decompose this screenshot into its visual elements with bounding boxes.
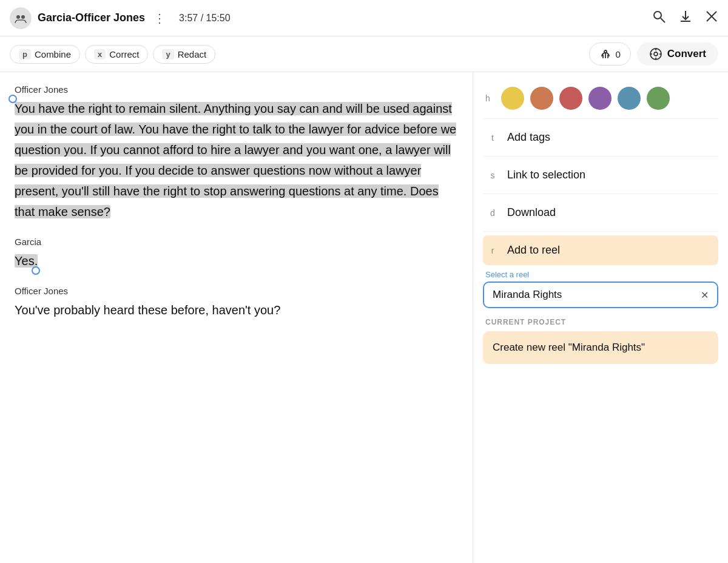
playback-time: 3:57 / 15:50 bbox=[179, 13, 231, 24]
right-panel: h t Add tags s Link to selection d Downl… bbox=[473, 72, 728, 563]
header-title: Garcia-Officer Jones bbox=[38, 12, 145, 24]
highlighted-segment-2: Yes. bbox=[15, 254, 38, 268]
speaker-label-3: Officer Jones bbox=[15, 286, 458, 296]
transcript-block-3: Officer Jones You've probably heard thes… bbox=[15, 286, 458, 320]
link-to-selection-label: Link to selection bbox=[507, 169, 585, 181]
color-swatch-orange[interactable] bbox=[530, 87, 553, 110]
transcript-text-1[interactable]: You have the right to remain silent. Any… bbox=[15, 98, 458, 222]
convert-label: Convert bbox=[667, 48, 706, 60]
create-new-reel-option[interactable]: Create new reel "Miranda Rights" bbox=[483, 331, 718, 364]
download-key: d bbox=[488, 208, 497, 218]
more-options-button[interactable]: ⋮ bbox=[151, 8, 168, 28]
color-highlight-row: h bbox=[483, 82, 718, 115]
svg-point-1 bbox=[21, 15, 25, 19]
close-icon[interactable] bbox=[705, 10, 718, 27]
add-to-reel-label: Add to reel bbox=[507, 244, 560, 257]
highlighted-segment-1: You have the right to remain silent. Any… bbox=[15, 102, 456, 218]
color-swatch-purple[interactable] bbox=[588, 87, 612, 110]
selection-handle-top[interactable] bbox=[8, 95, 17, 103]
svg-point-6 bbox=[604, 50, 607, 53]
header-right bbox=[652, 9, 718, 27]
toolbar-left: p Combine x Correct y Redact bbox=[10, 45, 584, 64]
reel-input-wrapper: ✕ bbox=[483, 282, 718, 308]
correct-label: Correct bbox=[109, 49, 139, 59]
header: Garcia-Officer Jones ⋮ 3:57 / 15:50 bbox=[0, 0, 728, 36]
color-key-label: h bbox=[485, 93, 495, 103]
transcript-text-3: You've probably heard these before, have… bbox=[15, 300, 458, 320]
create-new-reel-text: Create new reel "Miranda Rights" bbox=[493, 342, 645, 353]
add-to-reel-button[interactable]: r Add to reel bbox=[483, 235, 718, 265]
add-to-reel-key: r bbox=[488, 246, 497, 255]
redact-button[interactable]: y Redact bbox=[153, 45, 215, 64]
count-value: 0 bbox=[615, 49, 620, 59]
transcript-block-2: Garcia Yes. bbox=[15, 237, 458, 271]
svg-point-11 bbox=[654, 52, 658, 56]
add-tags-button[interactable]: t Add tags bbox=[483, 123, 718, 152]
reel-section: Select a reel ✕ bbox=[483, 270, 718, 308]
project-section: CURRENT PROJECT Create new reel "Miranda… bbox=[483, 318, 718, 364]
svg-line-3 bbox=[661, 18, 665, 22]
project-section-label: CURRENT PROJECT bbox=[483, 318, 718, 326]
toolbar: p Combine x Correct y Redact 0 bbox=[0, 36, 728, 72]
divider-1 bbox=[483, 118, 718, 119]
transcript-panel: Officer Jones You have the right to rema… bbox=[0, 72, 473, 563]
combine-button[interactable]: p Combine bbox=[10, 45, 80, 64]
add-tags-label: Add tags bbox=[507, 131, 550, 144]
divider-3 bbox=[483, 194, 718, 194]
selection-handle-bottom[interactable] bbox=[32, 266, 40, 275]
link-to-selection-key: s bbox=[488, 170, 497, 180]
correct-button[interactable]: x Correct bbox=[85, 45, 148, 64]
speaker-label-2: Garcia bbox=[15, 237, 458, 247]
combine-key: p bbox=[19, 49, 31, 59]
divider-2 bbox=[483, 156, 718, 157]
add-tags-key: t bbox=[488, 133, 497, 143]
redact-label: Redact bbox=[178, 49, 207, 59]
main-content: Officer Jones You have the right to rema… bbox=[0, 72, 728, 563]
redact-key: y bbox=[162, 49, 174, 59]
select-reel-label: Select a reel bbox=[483, 270, 718, 279]
reel-search-input[interactable] bbox=[493, 289, 696, 301]
color-swatch-yellow[interactable] bbox=[501, 87, 524, 110]
color-swatch-red[interactable] bbox=[559, 87, 582, 110]
correct-key: x bbox=[94, 49, 106, 59]
color-swatch-blue[interactable] bbox=[618, 87, 641, 110]
transcript-text-2[interactable]: Yes. bbox=[15, 251, 458, 271]
header-left: Garcia-Officer Jones ⋮ 3:57 / 15:50 bbox=[10, 7, 652, 29]
color-swatch-green[interactable] bbox=[647, 87, 670, 110]
transcript-block-1: Officer Jones You have the right to rema… bbox=[15, 84, 458, 222]
convert-button[interactable]: Convert bbox=[637, 42, 718, 66]
reel-clear-button[interactable]: ✕ bbox=[701, 289, 709, 301]
download-button[interactable]: d Download bbox=[483, 198, 718, 228]
avatar-icon bbox=[10, 7, 32, 29]
download-label: Download bbox=[507, 206, 556, 219]
combine-label: Combine bbox=[35, 49, 71, 59]
download-icon[interactable] bbox=[678, 9, 693, 27]
svg-point-2 bbox=[654, 12, 661, 19]
link-to-selection-button[interactable]: s Link to selection bbox=[483, 160, 718, 190]
divider-4 bbox=[483, 231, 718, 232]
count-button[interactable]: 0 bbox=[589, 42, 630, 66]
speaker-label-1: Officer Jones bbox=[15, 84, 458, 95]
toolbar-right: 0 Convert bbox=[589, 42, 718, 66]
search-icon[interactable] bbox=[652, 9, 666, 27]
svg-point-0 bbox=[16, 15, 20, 19]
